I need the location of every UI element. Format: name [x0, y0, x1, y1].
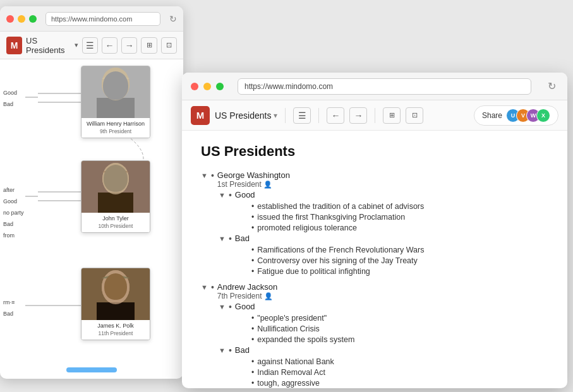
president-1-section: ▼ • George Washington 1st President 👤 ▼ … [201, 170, 548, 276]
portrait-jt [81, 161, 150, 213]
node-jt-subtitle: 10th President [85, 223, 146, 230]
president-2-name: Andrew Jackson [217, 282, 277, 292]
minimize-dot[interactable] [18, 15, 25, 23]
table-btn-back[interactable]: ⊡ [161, 37, 177, 54]
svg-rect-16 [98, 193, 133, 213]
dropdown-arrow-front[interactable]: ▾ [274, 111, 277, 120]
share-button[interactable]: Share U V W X [474, 105, 558, 126]
app-title-back[interactable]: US Presidents ▾ [26, 36, 78, 55]
president-1-row[interactable]: ▼ • George Washington 1st President 👤 [201, 170, 548, 189]
bullet-president-1: • [211, 170, 214, 181]
bad-item-1-0: • Ramifications of the French Revolution… [251, 244, 548, 255]
titlebar-back: https://www.mindomo.com ↻ [0, 6, 183, 32]
redo-btn-back[interactable]: → [121, 37, 137, 54]
bad-item-1-2: • Fatigue due to political infighting [251, 266, 548, 276]
bad-text-2-0: against National Bank [257, 357, 334, 366]
svg-point-23 [102, 270, 130, 304]
close-dot-front[interactable] [191, 83, 198, 90]
node-jkp-subtitle: 11th President [85, 330, 146, 337]
svg-point-13 [119, 81, 123, 84]
brand-letter-front: M [196, 110, 205, 121]
good-item-2-0: • "people's president" [251, 312, 548, 323]
toggle-president-2[interactable]: ▼ [201, 283, 208, 291]
tyler-portrait [81, 161, 150, 213]
maximize-dot[interactable] [29, 15, 37, 23]
good-text-2-2: expanded the spoils system [257, 335, 354, 344]
toolbar-back: M US Presidents ▾ ☰ ← → ⊞ ⊡ [0, 32, 183, 59]
bullet-bad-2: • [229, 345, 232, 355]
label-after: after [3, 184, 24, 196]
toggle-bad-2[interactable]: ▼ [219, 347, 226, 354]
toggle-good-2[interactable]: ▼ [219, 303, 226, 311]
bad-text-1-1: Controversy over his signing of the Jay … [257, 256, 418, 265]
bad-row-1[interactable]: ▼ • Bad [219, 233, 548, 244]
good-item-1-0: • established the tradition of a cabinet… [251, 201, 548, 211]
brand-letter-back: M [11, 40, 18, 50]
president-1-name: George Washington [217, 170, 290, 180]
maximize-dot-front[interactable] [216, 83, 224, 90]
brand-icon-back: M [6, 37, 22, 54]
url-bar-back[interactable]: https://www.mindomo.com [45, 12, 160, 26]
good-item-2-1: • Nullification Crisis [251, 323, 548, 334]
president-2-section: ▼ • Andrew Jackson 7th President 👤 ▼ • G… [201, 282, 548, 388]
president-1-bad-items: • Ramifications of the French Revolution… [219, 244, 548, 276]
minimize-dot-front[interactable] [203, 83, 211, 90]
app-title-front[interactable]: US Presidents ▾ [215, 110, 277, 121]
bullet-good-1: • [229, 190, 232, 200]
president-2-bad-items: • against National Bank • Indian Removal… [219, 356, 548, 388]
toggle-good-1[interactable]: ▼ [219, 191, 226, 199]
branch-labels: Good Bad [3, 87, 17, 110]
node-john-tyler[interactable]: John Tyler 10th President [81, 160, 150, 233]
label-from: from [3, 230, 24, 241]
link-btn-front[interactable]: ⊞ [383, 107, 401, 124]
label-good-2: Good [3, 196, 24, 207]
president-2-good-section: ▼ • Good • "people's president" • Nullif… [201, 301, 548, 345]
url-text-front: https://www.mindomo.com [244, 82, 333, 91]
divider-1 [285, 108, 286, 123]
mindmap-canvas: Good Bad after Good no party Bad from rm… [0, 59, 183, 379]
dropdown-arrow-back[interactable]: ▾ [75, 41, 78, 49]
bad-item-2-0: • against National Bank [251, 356, 548, 367]
hamburger-btn-back[interactable]: ☰ [82, 37, 98, 54]
avatar-4: X [536, 109, 550, 122]
bad-text-1-2: Fatigue due to political infighting [257, 267, 370, 276]
mindmap-window: https://www.mindomo.com ↻ M US President… [0, 6, 183, 379]
good-row-2[interactable]: ▼ • Good [219, 301, 548, 312]
divider-2 [318, 108, 319, 123]
url-bar-front[interactable]: https://www.mindomo.com [238, 78, 531, 95]
toolbar-front: M US Presidents ▾ ☰ ← → ⊞ ⊡ Share U V W … [182, 100, 567, 131]
bad-row-2[interactable]: ▼ • Bad [219, 345, 548, 356]
good-item-1-2: • promoted religious tolerance [251, 222, 548, 233]
close-dot[interactable] [6, 15, 14, 23]
reload-icon-front[interactable]: ↻ [545, 78, 558, 95]
redo-btn-front[interactable]: → [349, 107, 367, 124]
doc-title: US Presidents [201, 143, 548, 160]
table-btn-front[interactable]: ⊡ [406, 107, 423, 124]
label-good-1: Good [3, 87, 17, 98]
good-text-1-2: promoted religious tolerance [257, 223, 357, 232]
undo-btn-back[interactable]: ← [102, 37, 118, 54]
node-jk-polk[interactable]: James K. Polk 11th President [81, 268, 150, 340]
good-label-1: Good [235, 190, 255, 199]
good-row-1[interactable]: ▼ • Good [219, 189, 548, 201]
divider-3 [375, 108, 375, 123]
label-bad-2: Bad [3, 218, 24, 230]
hamburger-btn-front[interactable]: ☰ [293, 107, 311, 124]
node-wh-harrison[interactable]: William Henry Harrison 9th President [81, 66, 150, 138]
president-1-icon: 👤 [263, 181, 272, 188]
president-2-bad-section: ▼ • Bad • against National Bank • Indian… [201, 345, 548, 388]
reload-icon-back[interactable]: ↻ [169, 14, 177, 24]
bad-text-2-1: Indian Removal Act [257, 368, 325, 377]
toggle-president-1[interactable]: ▼ [201, 172, 208, 179]
link-btn-back[interactable]: ⊞ [141, 37, 157, 54]
toggle-bad-1[interactable]: ▼ [219, 235, 226, 242]
polk-portrait [81, 268, 150, 320]
label-bad-1: Bad [3, 98, 17, 110]
good-item-2-2: • expanded the spoils system [251, 334, 548, 345]
good-text-2-1: Nullification Crisis [257, 324, 320, 333]
bad-text-2-2: tough, aggressive [257, 379, 320, 388]
node-wh-subtitle: 9th President [85, 128, 146, 135]
bad-item-2-1: • Indian Removal Act [251, 367, 548, 377]
president-2-row[interactable]: ▼ • Andrew Jackson 7th President 👤 [201, 282, 548, 301]
undo-btn-front[interactable]: ← [327, 107, 344, 124]
